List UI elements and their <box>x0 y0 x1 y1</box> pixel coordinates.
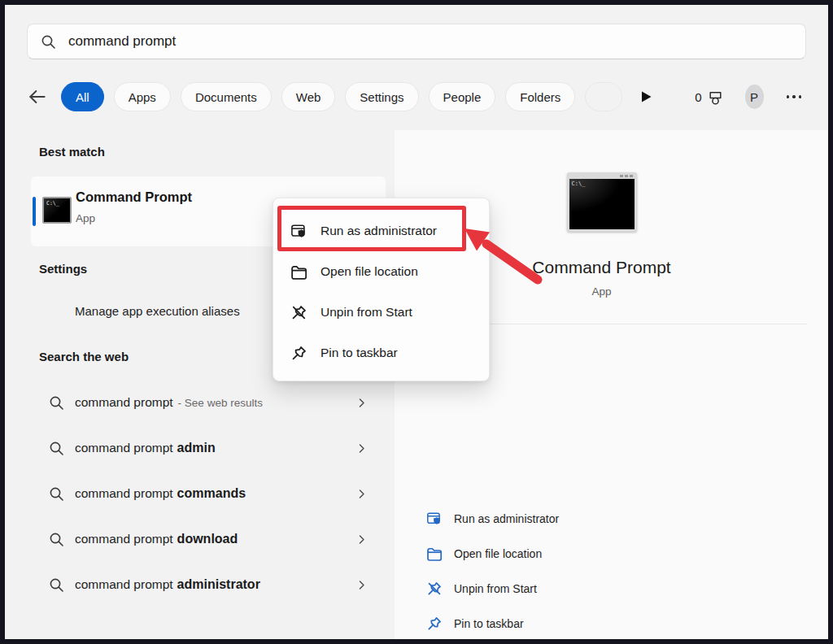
tab-all-label: All <box>76 90 89 104</box>
action-label: Open file location <box>454 547 542 560</box>
suggestion-text: command prompt <box>75 395 173 410</box>
tab-apps-label: Apps <box>129 90 156 104</box>
icon-screen: C:\_ <box>569 179 635 229</box>
action-label: Run as administrator <box>454 512 559 525</box>
tab-all[interactable]: All <box>61 82 104 111</box>
search-query-text: command prompt <box>68 33 176 50</box>
rewards-badge[interactable]: 0 <box>695 88 723 107</box>
best-match-subtitle: App <box>76 212 95 224</box>
chevron-right-icon <box>356 534 367 545</box>
suggestion-bold: administrator <box>177 577 260 592</box>
menu-item-run-as-administrator[interactable]: Run as administrator <box>273 211 489 251</box>
action-pin-to-taskbar[interactable]: Pin to taskbar <box>395 606 828 641</box>
tab-folders[interactable]: Folders <box>505 82 575 111</box>
search-icon <box>49 395 64 411</box>
suggestion-bold: download <box>177 532 238 546</box>
scroll-tabs-right-icon[interactable] <box>640 90 652 103</box>
action-open-file-location[interactable]: Open file location <box>395 536 828 571</box>
folder-icon <box>426 546 443 562</box>
search-icon <box>41 34 56 50</box>
menu-item-label: Run as administrator <box>321 224 437 238</box>
search-input[interactable]: command prompt <box>27 24 806 59</box>
pin-icon <box>426 616 443 632</box>
folder-icon <box>290 263 307 281</box>
chevron-right-icon <box>356 398 367 408</box>
settings-result-item[interactable]: Manage app execution aliases <box>75 304 240 318</box>
suggestion-text: command prompt <box>75 532 173 546</box>
action-label: Unpin from Start <box>454 582 537 595</box>
tab-settings[interactable]: Settings <box>345 82 418 111</box>
tab-partial[interactable] <box>585 82 622 111</box>
tab-documents-label: Documents <box>195 90 257 104</box>
tab-settings-label: Settings <box>360 90 403 104</box>
search-web-heading: Search the web <box>39 350 129 363</box>
action-run-as-administrator[interactable]: Run as administrator <box>395 501 828 536</box>
best-match-heading: Best match <box>39 145 105 159</box>
unpin-icon <box>290 304 307 321</box>
run-as-administrator-icon <box>290 223 307 240</box>
action-unpin-from-start[interactable]: Unpin from Start <box>395 571 828 606</box>
unpin-icon <box>426 581 443 597</box>
menu-item-label: Unpin from Start <box>321 305 412 320</box>
menu-item-unpin-from-start[interactable]: Unpin from Start <box>273 292 489 333</box>
action-label: Pin to taskbar <box>454 617 524 630</box>
menu-item-label: Open file location <box>321 264 418 279</box>
icon-window-controls <box>620 175 633 177</box>
command-prompt-icon: C:\_ <box>42 197 72 224</box>
preview-actions: Run as administrator Open file location … <box>395 501 828 641</box>
chevron-right-icon <box>356 489 367 499</box>
rewards-medal-icon <box>707 88 724 107</box>
best-match-title: Command Prompt <box>76 189 192 205</box>
tab-web-label: Web <box>296 90 321 104</box>
suggestion-suffix: - See web results <box>178 397 263 409</box>
chevron-right-icon <box>356 443 367 454</box>
chevron-right-icon <box>356 580 367 590</box>
suggestion-text: command prompt <box>75 577 173 592</box>
menu-item-pin-to-taskbar[interactable]: Pin to taskbar <box>273 333 489 373</box>
suggestion-bold: commands <box>177 486 246 501</box>
web-suggestion-row[interactable]: command prompt admin <box>27 425 378 471</box>
suggestion-bold: admin <box>177 441 216 455</box>
tab-web[interactable]: Web <box>281 82 336 111</box>
context-menu: Run as administrator Open file location … <box>273 198 490 381</box>
web-suggestion-row[interactable]: command prompt download <box>27 516 378 562</box>
web-suggestion-row[interactable]: command prompt commands <box>27 471 378 516</box>
web-suggestion-row[interactable]: command prompt - See web results <box>27 380 378 425</box>
tab-people-label: People <box>443 90 482 104</box>
back-button[interactable] <box>27 86 48 107</box>
user-avatar[interactable]: P <box>745 85 764 109</box>
pin-icon <box>290 345 307 362</box>
filter-tabs-bar: All Apps Documents Web Settings People F… <box>27 80 806 114</box>
avatar-initial: P <box>750 90 758 104</box>
more-options-button[interactable] <box>787 95 802 98</box>
search-icon <box>49 577 64 593</box>
tab-apps[interactable]: Apps <box>114 82 171 111</box>
search-icon <box>49 486 64 502</box>
tab-folders-label: Folders <box>520 90 560 104</box>
menu-item-open-file-location[interactable]: Open file location <box>273 251 489 292</box>
web-suggestion-row[interactable]: command prompt administrator <box>27 562 378 607</box>
command-prompt-icon-large: C:\_ <box>567 172 637 232</box>
search-icon <box>49 441 64 456</box>
menu-item-label: Pin to taskbar <box>321 346 398 360</box>
rewards-count: 0 <box>695 90 701 104</box>
settings-heading: Settings <box>39 262 87 276</box>
search-flyout-window: command prompt All Apps Documents Web Se… <box>0 0 833 644</box>
suggestion-text: command prompt <box>75 486 173 501</box>
search-icon <box>49 532 64 547</box>
run-as-administrator-icon <box>426 511 443 527</box>
tab-people[interactable]: People <box>429 82 496 111</box>
selection-accent-bar <box>33 197 36 226</box>
tab-documents[interactable]: Documents <box>181 82 272 111</box>
suggestion-text: command prompt <box>75 441 173 455</box>
